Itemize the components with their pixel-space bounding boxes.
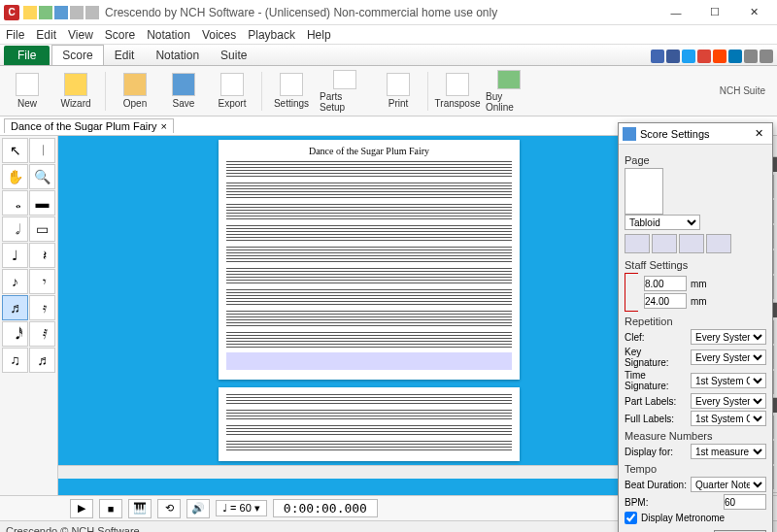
thirtysecond-note-tool[interactable]: 𝅘𝅥𝅰 bbox=[2, 321, 28, 347]
measure-select[interactable]: 1st measure of line bbox=[691, 444, 766, 459]
close-button[interactable]: ✕ bbox=[734, 3, 773, 22]
stop-button[interactable]: ■ bbox=[99, 499, 122, 518]
pointer-tool[interactable]: ↖ bbox=[2, 138, 28, 163]
menu-voices[interactable]: Voices bbox=[202, 28, 236, 42]
page-group-label: Page bbox=[625, 154, 766, 166]
half-note-tool[interactable]: 𝅗𝅥 bbox=[2, 216, 28, 242]
volume-button[interactable]: 🔊 bbox=[186, 499, 210, 518]
half-rest-tool[interactable]: ▭ bbox=[29, 216, 55, 242]
eighth-rest-tool[interactable]: 𝄾 bbox=[29, 269, 55, 294]
ribbon: New Wizard Open Save Export Settings Par… bbox=[0, 66, 777, 116]
thirtysecond-rest-tool[interactable]: 𝅀 bbox=[29, 321, 55, 347]
score-canvas[interactable]: Dance of the Sugar Plum Fairy bbox=[58, 136, 680, 495]
tempo-group-label: Tempo bbox=[625, 463, 766, 475]
open-icon bbox=[123, 73, 147, 96]
whole-note-tool[interactable]: 𝅝 bbox=[2, 190, 28, 216]
orient-option[interactable] bbox=[706, 234, 731, 253]
instrument-button[interactable]: 🎹 bbox=[128, 499, 152, 518]
score-page-2 bbox=[219, 387, 520, 461]
timesig-select[interactable]: 1st System Only bbox=[691, 373, 766, 388]
menu-playback[interactable]: Playback bbox=[248, 28, 295, 42]
menu-edit[interactable]: Edit bbox=[36, 28, 56, 42]
tab-score[interactable]: Score bbox=[51, 45, 103, 65]
qat-icon[interactable] bbox=[39, 6, 52, 19]
orientation-buttons bbox=[625, 234, 731, 253]
dropdown-icon[interactable] bbox=[760, 50, 773, 63]
minimize-button[interactable]: — bbox=[657, 3, 695, 22]
qat-icon[interactable] bbox=[23, 6, 37, 19]
sixteenth-note-tool[interactable]: ♬ bbox=[2, 295, 28, 320]
dialog-titlebar[interactable]: Score Settings ✕ bbox=[619, 123, 772, 145]
triplet-tool[interactable]: ♬ bbox=[29, 348, 55, 373]
tab-suite[interactable]: Suite bbox=[210, 45, 257, 65]
window-title: Crescendo by NCH Software - (Unlicensed)… bbox=[105, 6, 657, 19]
wizard-button[interactable]: Wizard bbox=[54, 69, 97, 114]
export-button[interactable]: Export bbox=[211, 69, 253, 114]
bpm-input[interactable] bbox=[724, 494, 766, 510]
beam-tool[interactable]: ♫ bbox=[2, 348, 28, 373]
doc-tab[interactable]: Dance of the Sugar Plum Fairy× bbox=[4, 118, 174, 133]
orient-option[interactable] bbox=[652, 234, 677, 253]
tempo-display[interactable]: ♩ = 60 ▾ bbox=[216, 500, 267, 516]
orient-option[interactable] bbox=[625, 234, 650, 253]
open-button[interactable]: Open bbox=[114, 69, 156, 114]
bar-tool[interactable]: 𝄀 bbox=[29, 138, 55, 163]
linkedin-icon[interactable] bbox=[728, 50, 742, 63]
ribbon-tabs: File Score Edit Notation Suite bbox=[0, 45, 777, 66]
horizontal-scrollbar[interactable] bbox=[58, 465, 680, 479]
facebook-icon[interactable] bbox=[651, 50, 664, 63]
page-size-select[interactable]: Tabloid bbox=[625, 215, 700, 230]
close-tab-icon[interactable]: × bbox=[160, 120, 166, 132]
gear-icon bbox=[280, 73, 303, 96]
menu-notation[interactable]: Notation bbox=[147, 28, 190, 42]
quarter-note-tool[interactable]: ♩ bbox=[2, 243, 28, 268]
status-text: Crescendo © NCH Software bbox=[6, 525, 140, 533]
whole-rest-tool[interactable]: ▬ bbox=[29, 190, 55, 216]
transpose-button[interactable]: Transpose bbox=[436, 69, 479, 114]
zoom-tool[interactable]: 🔍 bbox=[29, 164, 55, 189]
hand-tool[interactable]: ✋ bbox=[2, 164, 28, 189]
redo-icon[interactable] bbox=[85, 6, 99, 19]
repeat-button[interactable]: ⟲ bbox=[157, 499, 181, 518]
beat-select[interactable]: Quarter Note bbox=[691, 477, 766, 492]
help-icon[interactable] bbox=[744, 50, 758, 63]
menu-view[interactable]: View bbox=[68, 28, 93, 42]
parts-setup-button[interactable]: Parts Setup bbox=[319, 69, 371, 114]
tab-file[interactable]: File bbox=[4, 46, 50, 65]
like-icon[interactable] bbox=[666, 50, 680, 63]
dialog-icon bbox=[623, 127, 636, 141]
qat-icon[interactable] bbox=[54, 6, 68, 19]
sixteenth-rest-tool[interactable]: 𝄿 bbox=[29, 295, 55, 320]
keysig-select[interactable]: Every System bbox=[691, 349, 766, 365]
buy-button[interactable]: Buy Online bbox=[485, 69, 533, 114]
save-button[interactable]: Save bbox=[162, 69, 205, 114]
play-button[interactable]: ▶ bbox=[70, 499, 93, 518]
staff-spacing-2[interactable] bbox=[644, 293, 687, 309]
metronome-checkbox[interactable] bbox=[625, 512, 637, 524]
clef-select[interactable]: Every System bbox=[691, 329, 766, 345]
new-button[interactable]: New bbox=[6, 69, 49, 114]
menu-score[interactable]: Score bbox=[105, 28, 135, 42]
nch-suite-label[interactable]: NCH Suite bbox=[720, 85, 771, 96]
twitter-icon[interactable] bbox=[682, 50, 695, 63]
menu-file[interactable]: File bbox=[6, 28, 24, 42]
print-button[interactable]: Print bbox=[377, 69, 420, 114]
app-icon: C bbox=[4, 5, 19, 20]
dialog-close-button[interactable]: ✕ bbox=[749, 127, 768, 140]
tab-edit[interactable]: Edit bbox=[104, 45, 146, 65]
undo-icon[interactable] bbox=[70, 6, 84, 19]
google-icon[interactable] bbox=[697, 50, 711, 63]
menu-help[interactable]: Help bbox=[307, 28, 331, 42]
orient-option[interactable] bbox=[679, 234, 704, 253]
print-icon bbox=[387, 73, 410, 96]
settings-button[interactable]: Settings bbox=[270, 69, 313, 114]
staff-spacing-1[interactable] bbox=[644, 276, 687, 291]
partlabels-select[interactable]: Every System bbox=[691, 393, 766, 409]
quarter-rest-tool[interactable]: 𝄽 bbox=[29, 243, 55, 268]
maximize-button[interactable]: ☐ bbox=[695, 3, 734, 22]
social-icons bbox=[651, 50, 773, 65]
eighth-note-tool[interactable]: ♪ bbox=[2, 269, 28, 294]
reddit-icon[interactable] bbox=[713, 50, 726, 63]
fulllabels-select[interactable]: 1st System Only bbox=[691, 411, 766, 426]
tab-notation[interactable]: Notation bbox=[145, 45, 210, 65]
